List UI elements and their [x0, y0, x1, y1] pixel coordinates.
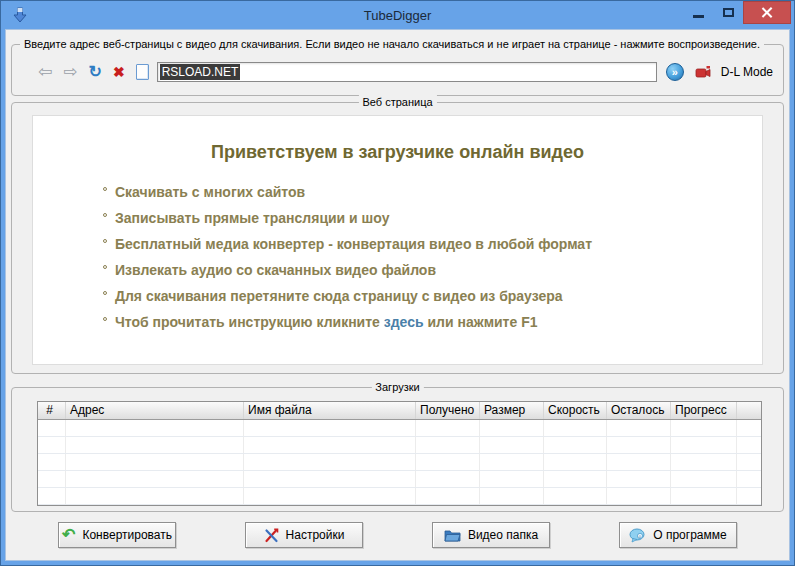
list-item: Бесплатный медиа конвертер - конвертация…: [103, 235, 762, 253]
download-cell: [480, 420, 544, 436]
window-controls: [683, 1, 791, 24]
refresh-button[interactable]: ↻: [89, 62, 102, 82]
bullet-icon: [103, 213, 107, 217]
download-cell: [38, 437, 66, 453]
convert-button-label: Конвертировать: [82, 528, 172, 542]
bullet-icon: [103, 239, 107, 243]
settings-button[interactable]: Настройки: [245, 522, 363, 548]
download-cell: [480, 488, 544, 504]
about-button-label: О программе: [653, 528, 726, 542]
forward-button[interactable]: ⇨: [63, 62, 77, 82]
column-header-speed[interactable]: Скорость: [544, 402, 607, 419]
download-cell: [416, 471, 480, 487]
video-folder-button-label: Видео папка: [468, 528, 538, 542]
download-row: [38, 454, 761, 471]
download-cell: [480, 471, 544, 487]
window-content: Введите адрес веб-страницы с видео для с…: [5, 29, 790, 561]
address-group: Введите адрес веб-страницы с видео для с…: [11, 44, 784, 96]
download-cell: [66, 488, 244, 504]
download-cell: [416, 454, 480, 470]
downloads-table-header: # Адрес Имя файла Получено Размер Скорос…: [38, 402, 761, 420]
download-cell: [607, 454, 671, 470]
folder-icon: [444, 528, 461, 542]
bullet-icon: [103, 265, 107, 269]
download-cell: [416, 437, 480, 453]
address-group-title: Введите адрес веб-страницы с видео для с…: [20, 37, 764, 51]
help-text-before: Чтоб прочитать инструкцию кликните: [115, 314, 384, 330]
column-header-received[interactable]: Получено: [416, 402, 480, 419]
convert-button[interactable]: ↶ Конвертировать: [58, 522, 176, 548]
back-icon: ⇦: [38, 62, 52, 81]
download-cell: [66, 471, 244, 487]
downloads-group: Загрузки # Адрес Имя файла Получено Разм…: [11, 387, 784, 512]
minimize-icon: [693, 15, 704, 18]
new-page-button[interactable]: [136, 64, 149, 80]
maximize-icon: [723, 8, 734, 17]
download-cell: [480, 437, 544, 453]
url-input[interactable]: RSLOAD.NET: [157, 62, 657, 82]
download-cell: [38, 454, 66, 470]
download-cell: [544, 471, 607, 487]
download-cell: [38, 488, 66, 504]
browser-toolbar: ⇦ ⇨ ↻ ✖ RSLOAD.NET » D-L Mode: [38, 61, 773, 83]
column-header-progress[interactable]: Прогресс: [671, 402, 737, 419]
close-button[interactable]: [743, 1, 791, 24]
forward-icon: ⇨: [63, 62, 77, 81]
download-cell: [38, 420, 66, 436]
list-item-text: Записывать прямые трансляции и шоу: [115, 209, 389, 227]
download-cell: [416, 420, 480, 436]
column-header-address[interactable]: Адрес: [66, 402, 244, 419]
stop-icon: ✖: [113, 64, 125, 80]
download-cell: [607, 437, 671, 453]
download-row: [38, 437, 761, 454]
dl-mode-button[interactable]: D-L Mode: [695, 65, 773, 79]
settings-button-label: Настройки: [286, 528, 345, 542]
download-cell: [671, 454, 737, 470]
welcome-heading: Приветствуем в загрузчике онлайн видео: [33, 142, 762, 163]
video-folder-button[interactable]: Видео папка: [432, 522, 550, 548]
about-button[interactable]: o О программе: [619, 522, 737, 548]
window-title: TubeDigger: [1, 1, 794, 29]
feature-list: Скачивать с многих сайтов Записывать пря…: [103, 183, 762, 331]
column-header-size[interactable]: Размер: [480, 402, 544, 419]
downloads-table: # Адрес Имя файла Получено Размер Скорос…: [37, 401, 762, 506]
download-cell: [244, 488, 416, 504]
go-button[interactable]: »: [666, 63, 684, 81]
download-cell: [671, 471, 737, 487]
go-icon: »: [672, 66, 678, 78]
download-cell: [671, 420, 737, 436]
minimize-button[interactable]: [683, 1, 713, 23]
tools-icon: [264, 528, 279, 543]
help-line: Чтоб прочитать инструкцию кликните здесь…: [115, 313, 537, 331]
column-header-remaining[interactable]: Осталось: [607, 402, 671, 419]
list-item-text: Извлекать аудио со скачанных видео файло…: [115, 261, 436, 279]
tubedigger-window: TubeDigger Введите адрес веб-страницы с …: [0, 0, 795, 566]
download-cell: [66, 420, 244, 436]
download-cell: [607, 471, 671, 487]
download-cell: [737, 420, 761, 436]
bullet-icon: [103, 187, 107, 191]
column-header-number[interactable]: #: [38, 402, 66, 419]
svg-text:o: o: [639, 533, 642, 538]
column-header-filename[interactable]: Имя файла: [244, 402, 416, 419]
download-cell: [607, 420, 671, 436]
download-row: [38, 420, 761, 437]
download-cell: [671, 437, 737, 453]
convert-arrow-icon: ↶: [62, 528, 75, 542]
download-cell: [244, 437, 416, 453]
download-cell: [480, 454, 544, 470]
download-cell: [607, 488, 671, 504]
download-cell: [244, 471, 416, 487]
list-item: Для скачивания перетяните сюда страницу …: [103, 287, 762, 305]
back-button[interactable]: ⇦: [38, 62, 52, 82]
download-cell: [544, 420, 607, 436]
record-camera-icon: [695, 65, 712, 79]
column-header-filler: [737, 402, 761, 419]
list-item-text: Скачивать с многих сайтов: [115, 183, 305, 201]
help-here-link[interactable]: здесь: [384, 314, 424, 330]
maximize-button[interactable]: [713, 1, 743, 23]
stop-button[interactable]: ✖: [113, 62, 125, 82]
list-item: Скачивать с многих сайтов: [103, 183, 762, 201]
download-cell: [737, 437, 761, 453]
download-row: [38, 488, 761, 505]
